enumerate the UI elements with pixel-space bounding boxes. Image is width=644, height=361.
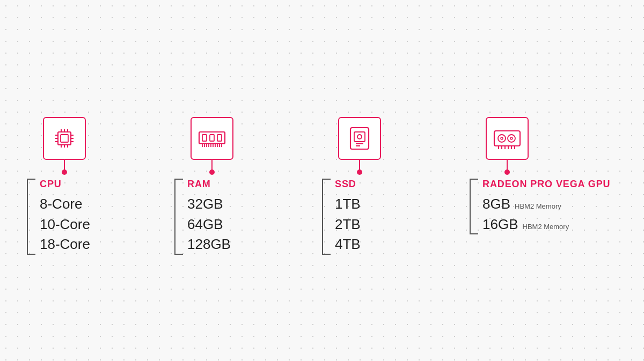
ssd-icon-wrapper: [338, 117, 381, 160]
ssd-bracket: [322, 179, 331, 255]
ssd-icon: [347, 124, 372, 152]
ram-item-1: 64GB: [187, 215, 231, 235]
gpu-connector-line: [507, 160, 508, 171]
ssd-item-2: 4TB: [335, 234, 361, 255]
cpu-bracket: [27, 179, 35, 255]
svg-point-34: [498, 135, 506, 142]
svg-point-36: [508, 135, 515, 142]
ram-icon-wrapper: [191, 117, 233, 160]
svg-rect-16: [210, 135, 214, 141]
svg-point-32: [357, 135, 362, 139]
cpu-item-2: 18-Core: [40, 234, 90, 255]
gpu-connector-dot: [504, 170, 510, 175]
ssd-connector-dot: [357, 170, 362, 175]
cpu-items: 8-Core 10-Core 18-Core: [40, 194, 90, 255]
main-container: CPU 8-Core 10-Core 18-Core: [27, 106, 617, 255]
gpu-icon-wrapper: [486, 117, 529, 160]
ram-connector-line: [211, 160, 213, 171]
ram-icon: [197, 128, 227, 149]
gpu-item-0: 8GB HBM2 Memory: [482, 194, 610, 215]
ram-label: RAM: [187, 179, 231, 190]
ram-connector-dot: [209, 170, 215, 175]
cpu-connector-dot: [62, 170, 67, 175]
ram-block: RAM 32GB 64GB 128GB: [174, 117, 322, 255]
ram-item-0: 32GB: [187, 194, 231, 215]
ram-content: RAM 32GB 64GB 128GB: [174, 179, 231, 255]
cpu-icon-box: [43, 117, 86, 160]
svg-rect-0: [58, 132, 71, 145]
gpu-block: RADEON PRO VEGA GPU 8GB HBM2 Memory 16GB…: [470, 117, 617, 234]
ssd-item-1: 2TB: [335, 215, 361, 235]
svg-point-37: [510, 137, 513, 139]
gpu-content: RADEON PRO VEGA GPU 8GB HBM2 Memory 16GB…: [470, 179, 610, 234]
ssd-block: SSD 1TB 2TB 4TB: [322, 117, 470, 255]
cpu-label: CPU: [40, 179, 90, 190]
svg-rect-17: [217, 135, 222, 141]
cpu-text: CPU 8-Core 10-Core 18-Core: [27, 179, 90, 255]
cpu-content: CPU 8-Core 10-Core 18-Core: [27, 179, 90, 255]
cpu-block: CPU 8-Core 10-Core 18-Core: [27, 117, 174, 255]
ram-item-2: 128GB: [187, 234, 231, 255]
cpu-icon: [50, 124, 78, 152]
ssd-icon-box: [338, 117, 381, 160]
gpu-label: RADEON PRO VEGA GPU: [482, 179, 610, 190]
ram-items: 32GB 64GB 128GB: [187, 194, 231, 255]
cpu-icon-wrapper: [43, 117, 86, 160]
ssd-connector-line: [359, 160, 360, 171]
cpu-item-1: 10-Core: [40, 215, 90, 235]
svg-rect-1: [61, 135, 68, 142]
svg-rect-15: [202, 135, 207, 141]
gpu-icon: [492, 126, 522, 151]
gpu-text: RADEON PRO VEGA GPU 8GB HBM2 Memory 16GB…: [470, 179, 610, 234]
ssd-item-0: 1TB: [335, 194, 361, 215]
ram-bracket: [174, 179, 183, 255]
gpu-item-1: 16GB HBM2 Memory: [482, 215, 610, 235]
svg-rect-29: [354, 132, 365, 142]
ssd-content: SSD 1TB 2TB 4TB: [322, 179, 361, 255]
ram-icon-box: [191, 117, 233, 160]
cpu-item-0: 8-Core: [40, 194, 90, 215]
ssd-items: 1TB 2TB 4TB: [335, 194, 361, 255]
gpu-items: 8GB HBM2 Memory 16GB HBM2 Memory: [482, 194, 610, 234]
cpu-connector-line: [64, 160, 65, 171]
svg-point-35: [501, 137, 503, 139]
ssd-label: SSD: [335, 179, 361, 190]
svg-rect-14: [199, 132, 225, 144]
gpu-bracket: [470, 179, 478, 234]
gpu-icon-box: [486, 117, 529, 160]
